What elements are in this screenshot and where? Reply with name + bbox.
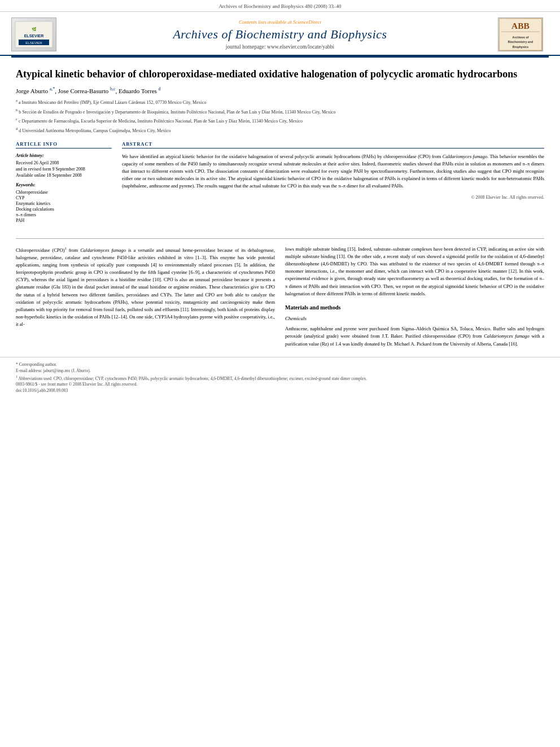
main-content: Atypical kinetic behavior of chloroperox… xyxy=(0,58,560,231)
abstract-paragraph: We have identified an atypical kinetic b… xyxy=(122,153,544,190)
affiliation-b: b b Sección de Estudios de Posgrado e In… xyxy=(16,107,544,116)
corresponding-author-note: * Corresponding author. xyxy=(16,362,544,367)
body-col-right: lows multiple substrate binding [15]. In… xyxy=(285,246,544,351)
email-address: jaburt@imp.mx xyxy=(43,368,71,373)
chemicals-subtitle: Chemicals xyxy=(285,315,544,323)
svg-text:Biophysics: Biophysics xyxy=(513,45,528,49)
article-info-column: ARTICLE INFO Article history: Received 2… xyxy=(16,141,112,224)
doi-line: doi:10.1016/j.abb.2008.09.003 xyxy=(16,388,544,393)
copyright-text: © 2008 Elsevier Inc. All rights reserved… xyxy=(122,195,544,200)
svg-text:ELSEVIER: ELSEVIER xyxy=(25,41,42,45)
author-jose: Jose Correa-Basurto b,c xyxy=(58,88,116,94)
top-bar: Archives of Biochemistry and Biophysics … xyxy=(0,0,560,12)
materials-methods-title: Materials and methods xyxy=(285,303,544,312)
email-label: E-mail address: xyxy=(16,368,42,373)
svg-text:Biochemistry and: Biochemistry and xyxy=(508,40,533,43)
footnote-1-text: Abbreviations used: CPO, chloroperoxidas… xyxy=(19,375,368,381)
journal-citation: Archives of Biochemistry and Biophysics … xyxy=(218,3,341,9)
keyword-2: CYP xyxy=(16,195,112,200)
doi-text: doi:10.1016/j.abb.2008.09.003 xyxy=(16,388,68,393)
journal-homepage: journal homepage: www.elsevier.com/locat… xyxy=(62,44,498,50)
footnote-1: 1 Abbreviations used: CPO, chloroperoxid… xyxy=(16,374,544,381)
keywords-label: Keywords: xyxy=(16,182,112,187)
svg-text:Archives of: Archives of xyxy=(513,36,529,39)
page-footer: * Corresponding author. E-mail address: … xyxy=(0,357,560,397)
email-note: E-mail address: jaburt@imp.mx (J. Aburto… xyxy=(16,368,544,373)
svg-text:ELSEVIER: ELSEVIER xyxy=(24,34,44,38)
abb-logo-area: ABB Archives of Biochemistry and Biophys… xyxy=(498,18,549,51)
affiliation-d: d d Universidad Autónoma Metropolitana, … xyxy=(16,126,544,134)
elsevier-logo-area: 🌿 ELSEVIER ELSEVIER xyxy=(11,18,62,51)
journal-title-area: Contents lists available at ScienceDirec… xyxy=(62,19,498,50)
body-col-left: Chloroperoxidase (CPO)1 from Caldariomyc… xyxy=(16,246,275,351)
email-person: (J. Aburto). xyxy=(71,368,90,373)
journal-header: 🌿 ELSEVIER ELSEVIER Contents lists avail… xyxy=(0,12,560,56)
keyword-1: Chloroperoxidase xyxy=(16,190,112,195)
authors-line: Jorge Aburto a,*, Jose Correa-Basurto b,… xyxy=(16,86,544,94)
sciencedirect-link-text[interactable]: ScienceDirect xyxy=(293,19,321,25)
sciencedirect-text: Contents lists available at ScienceDirec… xyxy=(62,19,498,25)
abstract-column: ABSTRACT We have identified an atypical … xyxy=(122,141,544,224)
svg-text:🌿: 🌿 xyxy=(32,27,37,32)
issn-text: 0003-9861/$ - see front matter © 2008 El… xyxy=(16,382,137,387)
body-para-1: Chloroperoxidase (CPO)1 from Caldariomyc… xyxy=(16,246,275,329)
body-para-2: lows multiple substrate binding [15]. In… xyxy=(285,246,544,298)
received-date: Received 26 April 2008 xyxy=(16,160,112,165)
revised-date: and in revised form 9 September 2008 xyxy=(16,167,112,172)
keyword-4: Docking calculations xyxy=(16,207,112,212)
affiliation-c: c c Departamento de Farmacología, Escuel… xyxy=(16,116,544,125)
section-divider xyxy=(16,238,544,239)
author-jorge: Jorge Aburto a,* xyxy=(16,88,55,94)
elsevier-logo-box: 🌿 ELSEVIER ELSEVIER xyxy=(11,18,56,51)
keyword-6: PAH xyxy=(16,218,112,223)
affiliation-a: a a Instituto Mexicano del Petróleo (IMP… xyxy=(16,98,544,106)
abstract-text: We have identified an atypical kinetic b… xyxy=(122,153,544,190)
keyword-5: π–π dimers xyxy=(16,212,112,217)
page-wrapper: Archives of Biochemistry and Biophysics … xyxy=(0,0,560,747)
keyword-3: Enzymatic kinetics xyxy=(16,201,112,206)
article-title: Atypical kinetic behavior of chloroperox… xyxy=(16,68,544,81)
body-columns: Chloroperoxidase (CPO)1 from Caldariomyc… xyxy=(0,246,560,351)
author-eduardo: Eduardo Torres d xyxy=(119,88,161,94)
affiliations: a a Instituto Mexicano del Petróleo (IMP… xyxy=(16,98,544,134)
article-info-header: ARTICLE INFO xyxy=(16,141,112,148)
svg-text:ABB: ABB xyxy=(511,21,530,30)
chemicals-para: Anthracene, naphthalene and pyrene were … xyxy=(285,325,544,348)
available-date: Available online 18 September 2008 xyxy=(16,173,112,178)
history-label: Article history: xyxy=(16,153,112,158)
corresponding-label: * Corresponding author. xyxy=(16,362,57,367)
issn-line: 0003-9861/$ - see front matter © 2008 El… xyxy=(16,382,544,387)
info-abstract-columns: ARTICLE INFO Article history: Received 2… xyxy=(16,141,544,224)
journal-title: Archives of Biochemistry and Biophysics xyxy=(62,27,498,42)
abb-logo-box: ABB Archives of Biochemistry and Biophys… xyxy=(498,18,543,51)
abstract-header: ABSTRACT xyxy=(122,141,544,148)
